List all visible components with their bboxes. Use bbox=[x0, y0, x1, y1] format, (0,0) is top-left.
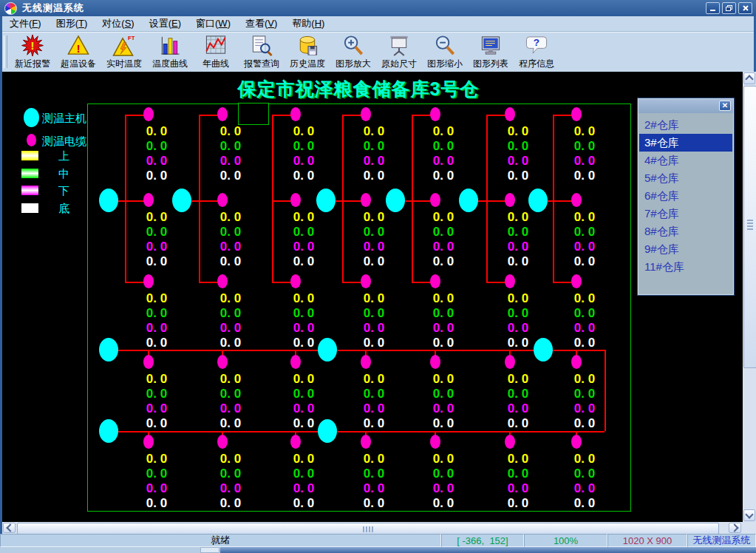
menu-item-T[interactable]: 图形(T) bbox=[49, 16, 95, 33]
warehouse-list-item[interactable]: 8#仓库 bbox=[639, 223, 732, 240]
toolbar-button-temp-bars[interactable]: 温度曲线 bbox=[147, 33, 193, 71]
status-bar: 就绪 [ -366, 152] 100% 1020 X 900 无线测温系统 bbox=[0, 534, 756, 547]
toolbar-button-alarm-burst[interactable]: !新近报警 bbox=[10, 33, 55, 71]
toolbar-button-zoom-out[interactable]: 图形缩小 bbox=[422, 33, 468, 71]
scroll-left-button[interactable] bbox=[3, 523, 16, 533]
temp-reading: 0. 0 bbox=[283, 154, 324, 169]
cable-dot bbox=[143, 435, 154, 449]
temp-reading: 0. 0 bbox=[136, 372, 177, 387]
toolbar-button-label: 报警查询 bbox=[244, 58, 279, 70]
warehouse-list-item[interactable]: 11#仓库 bbox=[639, 258, 732, 276]
status-coordinates: [ -366, 152] bbox=[441, 534, 524, 547]
restore-button[interactable] bbox=[722, 2, 736, 14]
scroll-right-button[interactable] bbox=[729, 523, 741, 533]
app-logo-icon bbox=[4, 2, 17, 15]
horizontal-scroll-thumb[interactable] bbox=[17, 523, 719, 535]
temp-reading: 0. 0 bbox=[564, 254, 605, 269]
temp-reading: 0. 0 bbox=[353, 452, 395, 467]
temp-reading: 0. 0 bbox=[283, 372, 324, 387]
toolbar-button-history-temp[interactable]: 历史温度 bbox=[285, 33, 330, 71]
temp-reading: 0. 0 bbox=[497, 481, 539, 496]
temp-reading: 0. 0 bbox=[564, 372, 605, 387]
warehouse-list-item[interactable]: 3#仓库 bbox=[639, 134, 732, 152]
temp-reading: 0. 0 bbox=[423, 124, 464, 139]
temp-reading: 0. 0 bbox=[283, 124, 324, 139]
close-button[interactable] bbox=[738, 2, 752, 14]
warehouse-list-item[interactable]: 7#仓库 bbox=[639, 205, 732, 223]
toolbar-button-alarm-query[interactable]: 报警查询 bbox=[239, 33, 285, 71]
temp-reading: 0. 0 bbox=[497, 401, 539, 416]
host-ellipse bbox=[316, 189, 336, 212]
menu-item-mnemonic: W bbox=[218, 18, 227, 29]
cable-dot bbox=[430, 355, 440, 369]
warehouse-list-item[interactable]: 4#仓库 bbox=[639, 152, 732, 169]
cable-dot bbox=[143, 107, 154, 121]
temp-reading: 0. 0 bbox=[283, 481, 324, 496]
cable-dot bbox=[143, 355, 154, 369]
menu-item-S[interactable]: 对位(S) bbox=[95, 16, 141, 33]
cable-line bbox=[412, 115, 413, 282]
menu-item-label: 设置 bbox=[149, 18, 168, 29]
cable-dot bbox=[505, 355, 515, 369]
vertical-scrollbar[interactable] bbox=[743, 72, 756, 522]
temp-reading: 0. 0 bbox=[423, 321, 464, 336]
taskbar-button[interactable] bbox=[200, 547, 219, 553]
temp-reading: 0. 0 bbox=[136, 139, 177, 154]
legend-cable-icon bbox=[27, 134, 36, 146]
toolbar-button-program-info[interactable]: ?程序信息 bbox=[514, 33, 559, 71]
cable-line bbox=[342, 115, 344, 282]
scroll-up-button[interactable] bbox=[743, 72, 755, 84]
toolbar-button-label: 历史温度 bbox=[290, 58, 325, 70]
temp-reading: 0. 0 bbox=[564, 124, 605, 139]
menu-item-E[interactable]: 设置(E) bbox=[142, 16, 188, 33]
toolbar-button-year-curve[interactable]: 年曲线 bbox=[193, 33, 239, 71]
temp-reading: 0. 0 bbox=[497, 225, 539, 240]
temp-reading: 0. 0 bbox=[423, 452, 464, 467]
vertical-scroll-thumb[interactable] bbox=[743, 86, 756, 368]
warehouse-list-item[interactable]: 6#仓库 bbox=[639, 187, 732, 205]
menu-item-F[interactable]: 文件(F) bbox=[2, 16, 49, 33]
menu-item-mnemonic: S bbox=[125, 18, 132, 29]
cable-dot bbox=[505, 274, 515, 288]
toolbar-button-overtemp-warning[interactable]: !超温设备 bbox=[55, 33, 101, 71]
os-taskbar[interactable] bbox=[0, 547, 756, 553]
toolbar-button-realtime-temp[interactable]: FT实时温度 bbox=[101, 33, 147, 71]
temp-reading: 0. 0 bbox=[353, 336, 395, 350]
temp-reading: 0. 0 bbox=[497, 321, 539, 336]
status-ready: 就绪 bbox=[0, 534, 441, 547]
temp-reading: 0. 0 bbox=[353, 321, 395, 336]
warehouse-list-item[interactable]: 2#仓库 bbox=[639, 116, 732, 134]
temp-reading: 0. 0 bbox=[283, 416, 324, 431]
temp-reading: 0. 0 bbox=[353, 416, 395, 431]
temp-reading: 0. 0 bbox=[283, 240, 324, 254]
warehouse-list-close-button[interactable]: ✕ bbox=[719, 101, 731, 111]
toolbar-button-label: 图形缩小 bbox=[427, 58, 463, 70]
toolbar-button-label: 温度曲线 bbox=[152, 58, 188, 70]
menu-item-H[interactable]: 帮助(H) bbox=[285, 16, 332, 33]
toolbar-grip[interactable] bbox=[4, 35, 7, 68]
scroll-down-button[interactable] bbox=[743, 509, 755, 521]
toolbar-button-zoom-in[interactable]: 图形放大 bbox=[330, 33, 376, 71]
temp-reading: 0. 0 bbox=[283, 306, 324, 321]
year-curve-icon bbox=[204, 34, 228, 57]
warehouse-list-item[interactable]: 9#仓库 bbox=[639, 240, 732, 258]
temp-reading: 0. 0 bbox=[283, 496, 324, 511]
temp-reading: 0. 0 bbox=[283, 321, 324, 336]
temp-reading: 0. 0 bbox=[136, 169, 177, 183]
chevron-down-icon bbox=[745, 510, 753, 518]
temp-reading: 0. 0 bbox=[497, 254, 539, 269]
alarm-query-icon bbox=[250, 34, 273, 57]
toolbar-button-graph-list[interactable]: 图形列表 bbox=[468, 33, 514, 71]
temp-reading: 0. 0 bbox=[353, 154, 395, 169]
menu-item-V[interactable]: 查看(V) bbox=[238, 16, 285, 33]
temp-reading: 0. 0 bbox=[423, 467, 464, 481]
toolbar-button-original-size[interactable]: 原始尺寸 bbox=[376, 33, 422, 71]
minimize-button[interactable] bbox=[706, 2, 720, 14]
legend-level-swatch bbox=[21, 203, 38, 213]
horizontal-scrollbar[interactable] bbox=[2, 522, 743, 534]
warehouse-list-item[interactable]: 5#仓库 bbox=[639, 169, 732, 187]
temp-reading: 0. 0 bbox=[210, 387, 251, 401]
temp-reading: 0. 0 bbox=[136, 387, 177, 401]
menu-item-W[interactable]: 窗口(W) bbox=[188, 16, 238, 33]
toolbar-button-label: 程序信息 bbox=[519, 58, 554, 70]
